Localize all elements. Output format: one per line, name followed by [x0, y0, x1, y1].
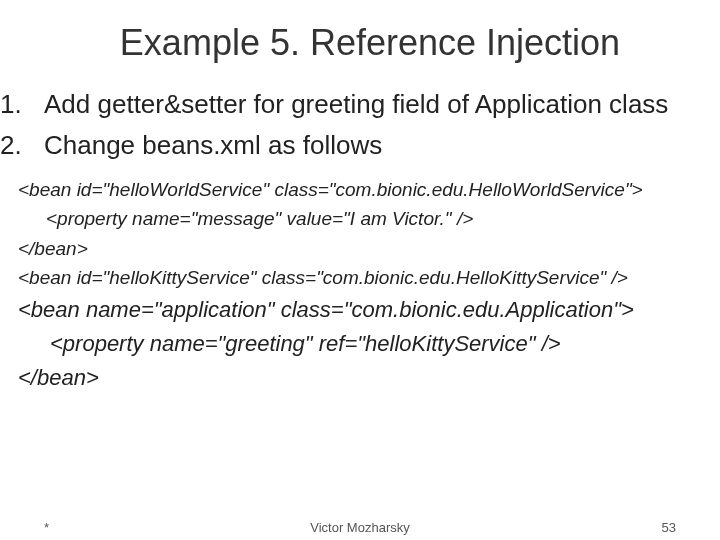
code-line: <bean id="helloKittyService" class="com.…	[18, 263, 720, 292]
footer-page-number: 53	[662, 520, 676, 535]
code-line: <property name="message" value="I am Vic…	[18, 204, 720, 233]
code-block: <bean id="helloWorldService" class="com.…	[0, 169, 720, 395]
code-line: <bean name="application" class="com.bion…	[18, 293, 720, 327]
slide-title: Example 5. Reference Injection	[0, 0, 720, 64]
slide: Example 5. Reference Injection 1. Add ge…	[0, 0, 720, 540]
list-number: 1.	[0, 88, 44, 121]
list-item: 1. Add getter&setter for greeting field …	[0, 88, 720, 121]
list-text: Add getter&setter for greeting field of …	[44, 88, 720, 121]
code-line: <property name="greeting" ref="helloKitt…	[18, 327, 720, 361]
code-line: </bean>	[18, 234, 720, 263]
list-item: 2. Change beans.xml as follows	[0, 129, 720, 162]
list-number: 2.	[0, 129, 44, 162]
code-line: <bean id="helloWorldService" class="com.…	[18, 175, 720, 204]
slide-body: 1. Add getter&setter for greeting field …	[0, 64, 720, 395]
code-line: </bean>	[18, 361, 720, 395]
footer-author: Victor Mozharsky	[0, 520, 720, 535]
list-text: Change beans.xml as follows	[44, 129, 720, 162]
